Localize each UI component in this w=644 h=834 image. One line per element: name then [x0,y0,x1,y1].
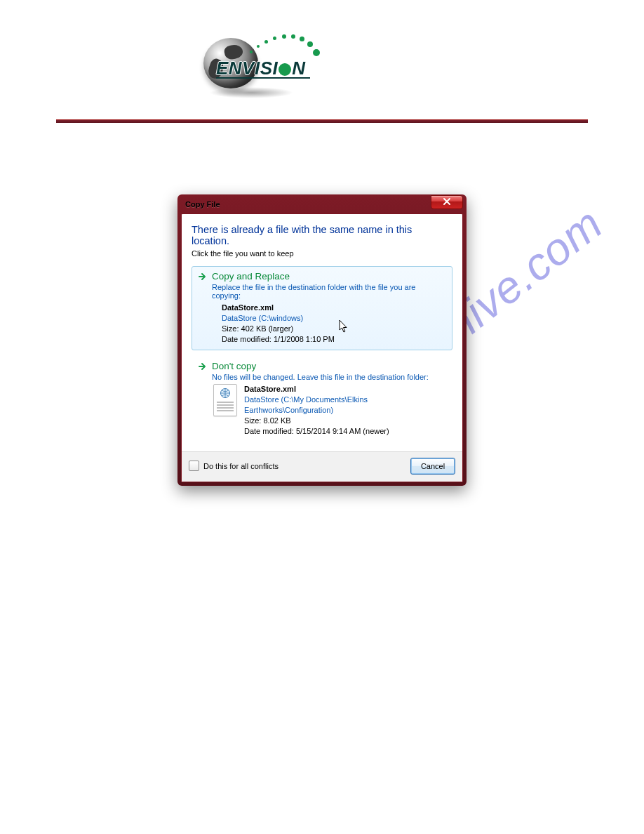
dialog-titlebar[interactable]: Copy File [181,198,463,213]
replace-file-date: Date modified: 1/1/2008 1:10 PM [222,334,446,345]
envision-logo: ENVISIN [203,28,316,98]
option-replace-title: Copy and Replace [212,271,290,282]
dont-file-date: Date modified: 5/15/2014 9:14 AM (newer) [244,426,446,437]
dont-file-location: DataStore (C:\My Documents\Elkins Earthw… [244,395,446,416]
dialog-instruction: Click the file you want to keep [192,249,452,258]
copy-file-dialog: Copy File There is already a file with t… [177,194,467,486]
page-header: ENVISIN [0,0,644,107]
dont-file-size: Size: 8.02 KB [244,416,446,426]
dialog-footer: Do this for all conflicts Cancel [182,451,462,482]
do-this-for-all-checkbox[interactable]: Do this for all conflicts [189,461,279,471]
option-replace-desc: Replace the file in the destination fold… [212,283,446,300]
option-copy-and-replace[interactable]: Copy and Replace Replace the file in the… [192,266,452,350]
arrow-right-icon [198,272,208,282]
checkbox-icon [189,461,199,471]
replace-file-location: DataStore (C:\windows) [222,313,446,324]
option-dont-copy[interactable]: Don't copy No files will be changed. Lea… [192,356,452,442]
arrow-right-icon [198,362,208,371]
replace-file-name: DataStore.xml [222,303,446,313]
option-dont-desc: No files will be changed. Leave this fil… [212,373,446,381]
option-dont-title: Don't copy [212,361,256,371]
replace-file-size: Size: 402 KB (larger) [222,324,446,334]
brand-text: ENVISIN [216,58,306,79]
cancel-button[interactable]: Cancel [410,458,455,475]
checkbox-label: Do this for all conflicts [203,462,279,470]
header-divider [56,119,588,123]
dont-file-name: DataStore.xml [244,384,446,395]
dialog-heading: There is already a file with the same na… [192,224,452,246]
dialog-title: Copy File [185,200,220,208]
cancel-button-label: Cancel [421,462,445,470]
close-button[interactable] [431,195,463,209]
close-icon [442,197,452,206]
xml-file-icon [213,384,237,416]
